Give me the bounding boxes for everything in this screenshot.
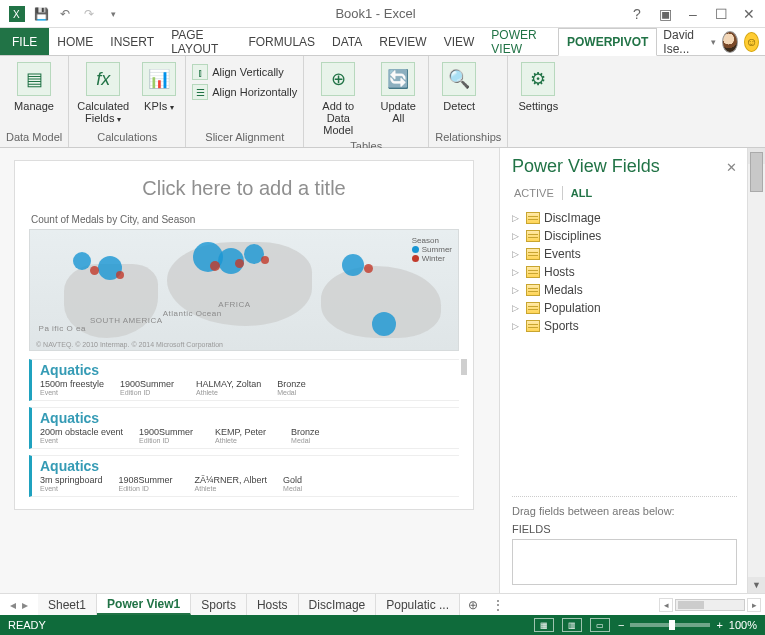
table-item[interactable]: ▷Population <box>512 299 737 317</box>
tab-formulas[interactable]: FORMULAS <box>240 28 324 55</box>
title-placeholder[interactable]: Click here to add a title <box>29 171 459 214</box>
canvas[interactable]: Click here to add a title Count of Medal… <box>0 148 499 593</box>
zoom-value[interactable]: 100% <box>729 619 757 631</box>
help-icon[interactable]: ? <box>627 4 647 24</box>
zoom-knob[interactable] <box>669 620 675 630</box>
data-card[interactable]: Aquatics 1500m freestyleEvent 1900Summer… <box>29 359 459 401</box>
tab-powerpivot[interactable]: POWERPIVOT <box>558 28 657 56</box>
table-icon <box>526 320 540 332</box>
table-item[interactable]: ▷Disciplines <box>512 227 737 245</box>
sheet-nav-first-icon[interactable]: ◂ <box>10 598 16 612</box>
minimize-icon[interactable]: – <box>683 4 703 24</box>
table-icon <box>526 302 540 314</box>
add-to-data-model-button[interactable]: ⊕ Add to Data Model <box>310 60 366 138</box>
new-sheet-icon[interactable]: ⊕ <box>460 598 486 612</box>
expand-icon[interactable]: ▷ <box>512 249 522 259</box>
tab-power-view[interactable]: POWER VIEW <box>483 28 558 55</box>
tab-view[interactable]: VIEW <box>436 28 484 55</box>
sheet-tab[interactable]: Sports <box>191 594 247 615</box>
sheet-more-icon[interactable]: ⋮ <box>486 598 510 612</box>
add-table-icon: ⊕ <box>321 62 355 96</box>
fields-mode-switch: ACTIVE ALL <box>512 185 737 201</box>
tab-data[interactable]: DATA <box>324 28 371 55</box>
ribbon-display-icon[interactable]: ▣ <box>655 4 675 24</box>
add-to-data-model-label: Add to Data Model <box>310 100 366 136</box>
view-page-layout-icon[interactable]: ▥ <box>562 618 582 632</box>
power-view-slide[interactable]: Click here to add a title Count of Medal… <box>14 160 474 510</box>
tab-insert[interactable]: INSERT <box>102 28 163 55</box>
sheet-nav-next-icon[interactable]: ▸ <box>22 598 28 612</box>
settings-button[interactable]: ⚙ Settings <box>514 60 562 114</box>
sheet-tab[interactable]: Populatic ... <box>376 594 460 615</box>
sheet-tab[interactable]: Hosts <box>247 594 299 615</box>
card-event: 1500m freestyle <box>40 379 104 389</box>
expand-icon[interactable]: ▷ <box>512 321 522 331</box>
zoom-out-icon[interactable]: − <box>618 619 624 631</box>
align-vertically-button[interactable]: ⫿Align Vertically <box>192 64 284 80</box>
close-pane-icon[interactable]: ✕ <box>726 160 737 175</box>
detect-button[interactable]: 🔍 Detect <box>435 60 483 114</box>
account-dropdown-icon[interactable]: ▾ <box>711 37 716 47</box>
feedback-icon[interactable]: ☺ <box>744 32 759 52</box>
qat-customize-icon[interactable]: ▾ <box>102 3 124 25</box>
kpis-button[interactable]: 📊 KPIs ▾ <box>139 60 179 115</box>
scroll-thumb[interactable] <box>750 152 763 192</box>
data-card[interactable]: Aquatics 3m springboardEvent 1908SummerE… <box>29 455 459 497</box>
update-all-label: Update All <box>374 100 422 124</box>
mode-active[interactable]: ACTIVE <box>512 185 556 201</box>
tab-review[interactable]: REVIEW <box>371 28 435 55</box>
vertical-scrollbar[interactable]: ▲ ▼ <box>747 148 765 593</box>
scroll-down-icon[interactable]: ▼ <box>748 577 765 593</box>
hscroll-track[interactable] <box>675 599 745 611</box>
account-area[interactable]: David Ise... ▾ ☺ <box>657 28 765 55</box>
zoom-in-icon[interactable]: + <box>716 619 722 631</box>
svg-text:X: X <box>13 9 20 20</box>
update-all-button[interactable]: 🔄 Update All <box>374 60 422 126</box>
expand-icon[interactable]: ▷ <box>512 267 522 277</box>
hscroll-right-icon[interactable]: ▸ <box>747 598 761 612</box>
close-icon[interactable]: ✕ <box>739 4 759 24</box>
fields-drop-area[interactable] <box>512 539 737 585</box>
maximize-icon[interactable]: ☐ <box>711 4 731 24</box>
undo-icon[interactable]: ↶ <box>54 3 76 25</box>
mode-all[interactable]: ALL <box>569 185 594 201</box>
cards-visualization[interactable]: Aquatics 1500m freestyleEvent 1900Summer… <box>29 359 459 497</box>
zoom-control[interactable]: − + 100% <box>618 619 757 631</box>
calculated-fields-button[interactable]: fx Calculated Fields ▾ <box>75 60 131 127</box>
view-page-break-icon[interactable]: ▭ <box>590 618 610 632</box>
hscroll-left-icon[interactable]: ◂ <box>659 598 673 612</box>
cards-scrollbar[interactable] <box>461 359 467 375</box>
view-normal-icon[interactable]: ▦ <box>534 618 554 632</box>
hscroll-thumb[interactable] <box>678 601 704 609</box>
sheet-tab[interactable]: DiscImage <box>299 594 377 615</box>
expand-icon[interactable]: ▷ <box>512 285 522 295</box>
align-horizontal-icon: ☰ <box>192 84 208 100</box>
table-item[interactable]: ▷Hosts <box>512 263 737 281</box>
tab-page-layout[interactable]: PAGE LAYOUT <box>163 28 240 55</box>
table-name: DiscImage <box>544 211 601 225</box>
table-icon <box>526 248 540 260</box>
expand-icon[interactable]: ▷ <box>512 303 522 313</box>
map-visualization[interactable]: SOUTH AMERICA AFRICA Atlantic Ocean Pa i… <box>29 229 459 351</box>
zoom-slider[interactable] <box>630 623 710 627</box>
expand-icon[interactable]: ▷ <box>512 231 522 241</box>
horizontal-scrollbar[interactable]: ◂ ▸ <box>655 598 765 612</box>
manage-button[interactable]: ▤ Manage <box>6 60 62 114</box>
data-card[interactable]: Aquatics 200m obstacle eventEvent 1900Su… <box>29 407 459 449</box>
dropdown-icon: ▾ <box>117 115 121 124</box>
table-item[interactable]: ▷Sports <box>512 317 737 335</box>
save-icon[interactable]: 💾 <box>30 3 52 25</box>
sheet-tab[interactable]: Sheet1 <box>38 594 97 615</box>
table-item[interactable]: ▷Events <box>512 245 737 263</box>
tab-home[interactable]: HOME <box>49 28 102 55</box>
align-horizontally-button[interactable]: ☰Align Horizontally <box>192 84 297 100</box>
expand-icon[interactable]: ▷ <box>512 213 522 223</box>
redo-icon[interactable]: ↷ <box>78 3 100 25</box>
align-horizontal-label: Align Horizontally <box>212 86 297 98</box>
sheet-tab[interactable]: Power View1 <box>97 594 191 615</box>
card-title: Aquatics <box>40 410 453 426</box>
file-tab[interactable]: FILE <box>0 28 49 55</box>
table-item[interactable]: ▷Medals <box>512 281 737 299</box>
table-item[interactable]: ▷DiscImage <box>512 209 737 227</box>
field-areas: Drag fields between areas below: FIELDS <box>512 496 737 585</box>
